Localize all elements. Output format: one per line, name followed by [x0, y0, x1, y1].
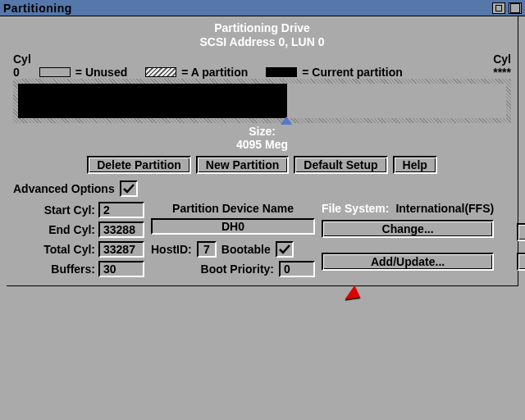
main-button-row: Delete Partition New Partition Default S…: [13, 156, 511, 174]
delete-partition-button[interactable]: Delete Partition: [87, 156, 191, 174]
buffers-label: Buffers:: [51, 262, 95, 276]
filesystem-value: International(FFS): [395, 202, 494, 215]
default-setup-button[interactable]: Default Setup: [294, 156, 387, 174]
filesystem-col: File System: International(FFS) Change..…: [322, 202, 494, 271]
checkmark-icon: [278, 244, 291, 255]
end-cyl-label: End Cyl:: [48, 223, 95, 236]
size-label: Size:: [13, 125, 511, 138]
total-cyl-row: Total Cyl: 33287: [13, 241, 144, 258]
cyl-value-right: ****: [493, 66, 511, 79]
titlebar-controls: [492, 2, 522, 14]
partition-unused-seg[interactable]: [286, 84, 506, 118]
filesystem-label: File System:: [322, 202, 389, 215]
heading-title: Partitioning Drive: [13, 21, 511, 35]
device-col: Partition Device Name DH0 HostID: 7 Boot…: [151, 202, 315, 277]
end-cyl-row: End Cyl: 33288: [13, 221, 144, 238]
advanced-options-label: Advanced Options: [13, 182, 115, 195]
swatch-partition-icon: [145, 67, 176, 77]
depth-gadget-icon[interactable]: [492, 2, 505, 14]
cancel-button[interactable]: Cancel: [517, 253, 525, 271]
device-name-label: Partition Device Name: [151, 202, 315, 215]
help-button[interactable]: Help: [393, 156, 437, 174]
cyl-label-right: Cyl: [493, 52, 511, 66]
size-value: 4095 Meg: [13, 138, 511, 151]
hostid-label: HostID:: [151, 243, 192, 256]
partitioning-dialog: Partitioning Drive SCSI Address 0, LUN 0…: [7, 16, 518, 286]
partition-slider-handle-icon[interactable]: [281, 116, 292, 125]
boot-priority-input[interactable]: 0: [279, 261, 315, 277]
buffers-input[interactable]: 30: [98, 261, 144, 277]
start-cyl-row: Start Cyl: 2: [13, 202, 144, 218]
cyl-left: Cyl 0: [13, 52, 31, 79]
hostid-bootable-row: HostID: 7 Bootable: [151, 241, 315, 258]
heading-subtitle: SCSI Address 0, LUN 0: [13, 35, 511, 49]
mouse-cursor-icon: [345, 285, 364, 306]
start-cyl-input[interactable]: 2: [98, 202, 144, 218]
cyl-fields-col: Start Cyl: 2 End Cyl: 33288 Total Cyl: 3…: [13, 202, 144, 277]
swatch-current-icon: [266, 67, 297, 77]
title-bar: Partitioning: [0, 0, 525, 16]
total-cyl-input[interactable]: 33287: [98, 241, 144, 258]
advanced-options-row: Advanced Options: [13, 180, 511, 197]
cyl-right: Cyl ****: [493, 52, 511, 79]
end-cyl-input[interactable]: 33288: [98, 221, 144, 238]
boot-priority-row: Boot Priority: 0: [151, 261, 315, 277]
new-partition-button[interactable]: New Partition: [196, 156, 289, 174]
filesystem-row: File System: International(FFS): [322, 202, 494, 215]
okcancel-col: Ok Cancel: [500, 202, 525, 271]
partition-bar-container: [13, 79, 511, 123]
buffers-row: Buffers: 30: [13, 261, 144, 277]
zoom-gadget-icon[interactable]: [509, 2, 522, 14]
start-cyl-label: Start Cyl:: [44, 203, 95, 217]
window-title: Partitioning: [3, 2, 72, 15]
boot-priority-label: Boot Priority:: [201, 262, 274, 276]
change-filesystem-button[interactable]: Change...: [322, 220, 494, 238]
size-readout: Size: 4095 Meg: [13, 125, 511, 151]
device-name-input[interactable]: DH0: [151, 218, 315, 235]
legend-current-label: Current partition: [312, 66, 402, 79]
partition-bar[interactable]: [18, 84, 506, 118]
advanced-options-checkbox[interactable]: [120, 180, 138, 197]
ok-button[interactable]: Ok: [517, 223, 525, 241]
dialog-heading: Partitioning Drive SCSI Address 0, LUN 0: [13, 21, 511, 49]
swatch-unused-icon: [39, 67, 71, 77]
legend-row: = Unused = A partition = Current partiti…: [39, 66, 485, 79]
checkmark-icon: [122, 183, 135, 194]
cyl-label-left: Cyl: [13, 52, 31, 66]
legend-unused-label: Unused: [85, 66, 127, 79]
hostid-input[interactable]: 7: [197, 241, 217, 258]
cyl-readout-row: Cyl 0 = Unused = A partition = Current p…: [13, 52, 511, 79]
bootable-checkbox[interactable]: [276, 241, 294, 258]
legend-partition-label: A partition: [191, 66, 248, 79]
cyl-value-left: 0: [13, 66, 31, 79]
bootable-label: Bootable: [221, 243, 271, 256]
lower-grid: Start Cyl: 2 End Cyl: 33288 Total Cyl: 3…: [13, 202, 511, 277]
add-update-button[interactable]: Add/Update...: [322, 253, 494, 271]
partition-current-seg[interactable]: [18, 84, 286, 118]
total-cyl-label: Total Cyl:: [43, 243, 95, 256]
